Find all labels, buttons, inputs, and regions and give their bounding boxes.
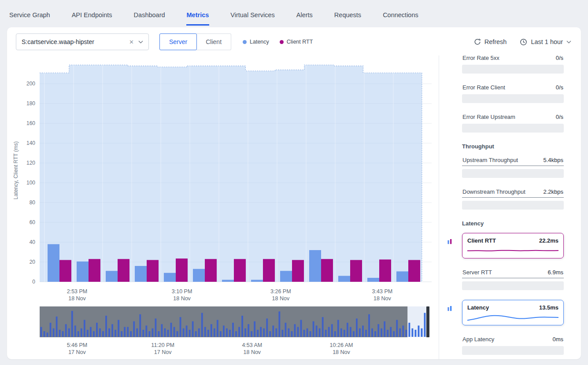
svg-text:160: 160 xyxy=(26,120,35,126)
metric-label: Latency xyxy=(467,304,489,311)
time-range-selector[interactable]: Last 1 hour xyxy=(520,38,571,46)
service-select[interactable]: S:cartservice.waap-hipster ✕ xyxy=(16,33,149,50)
refresh-button[interactable]: Refresh xyxy=(474,38,507,45)
metric-sparkline-placeholder xyxy=(462,281,564,290)
metric-sparkline-placeholder xyxy=(462,346,564,355)
svg-text:0: 0 xyxy=(32,279,35,285)
legend-item-client-rtt[interactable]: Client RTT xyxy=(280,39,313,45)
chart-area: 0204060801001201401601802002:53 PM18 Nov… xyxy=(7,55,439,359)
metric-value: 22.2ms xyxy=(539,237,558,244)
svg-text:18 Nov: 18 Nov xyxy=(173,295,191,302)
nav-tab-dashboard[interactable]: Dashboard xyxy=(133,2,166,26)
legend-dot xyxy=(280,40,284,44)
svg-text:10:26 AM: 10:26 AM xyxy=(330,342,353,348)
nav-tab-api-endpoints[interactable]: API Endpoints xyxy=(71,2,113,26)
clock-icon xyxy=(520,38,527,46)
nav-tab-metrics[interactable]: Metrics xyxy=(186,2,210,26)
metric-card-latency[interactable]: Latency 13.5ms xyxy=(462,300,564,325)
svg-text:18 Nov: 18 Nov xyxy=(374,295,391,302)
metric-value: 13.5ms xyxy=(539,304,558,311)
chevron-down-icon[interactable] xyxy=(138,41,143,44)
svg-text:120: 120 xyxy=(26,160,35,166)
metric-value: 0/s xyxy=(556,114,563,120)
top-navigation: Service GraphAPI EndpointsDashboardMetri… xyxy=(0,0,588,27)
svg-text:11:20 PM: 11:20 PM xyxy=(151,342,174,348)
metric-row-client-rtt: Client RTT 22.2ms xyxy=(445,233,564,258)
svg-text:18 Nov: 18 Nov xyxy=(333,349,350,355)
svg-text:200: 200 xyxy=(26,81,35,87)
nav-tab-service-graph[interactable]: Service Graph xyxy=(9,2,51,26)
metric-sparkline xyxy=(467,312,558,323)
refresh-label: Refresh xyxy=(484,38,507,45)
nav-tab-connections[interactable]: Connections xyxy=(382,2,419,26)
svg-text:18 Nov: 18 Nov xyxy=(68,295,86,302)
metric-row-app-latency[interactable]: App Latency 0ms xyxy=(445,335,564,355)
metrics-panel: S:cartservice.waap-hipster ✕ Server Clie… xyxy=(7,27,581,359)
metric-chart-icon xyxy=(447,238,453,245)
service-select-value: S:cartservice.waap-hipster xyxy=(22,38,125,45)
metric-row-error-rate-5xx[interactable]: Error Rate 5xx 0/s xyxy=(445,55,564,74)
chevron-down-icon xyxy=(566,41,571,44)
metric-value: 5.4kbps xyxy=(543,157,563,163)
svg-text:80: 80 xyxy=(30,199,36,206)
svg-text:3:26 PM: 3:26 PM xyxy=(270,288,291,295)
section-header-latency: Latency xyxy=(462,219,564,233)
svg-text:40: 40 xyxy=(30,239,36,245)
metric-row-server-rtt[interactable]: Server RTT 6.9ms xyxy=(445,268,564,290)
server-toggle-button[interactable]: Server xyxy=(159,33,197,50)
metric-value: 0ms xyxy=(552,336,563,343)
latency-bar-chart: 0204060801001201401601802002:53 PM18 Nov… xyxy=(11,55,433,306)
metric-label: Error Rate 5xx xyxy=(462,55,499,61)
brush-handle[interactable] xyxy=(426,306,429,337)
time-range-label: Last 1 hour xyxy=(531,38,563,45)
server-client-toggle: Server Client xyxy=(159,33,231,50)
metric-label: Client RTT xyxy=(467,237,496,244)
metric-chart-icon xyxy=(447,305,453,312)
timeline-brush[interactable]: 5:46 PM17 Nov11:20 PM17 Nov4:53 AM18 Nov… xyxy=(11,306,433,355)
metric-value: 0/s xyxy=(556,84,563,91)
svg-text:140: 140 xyxy=(26,140,35,146)
metric-row-upstream-throughput[interactable]: Upstream Throughput 5.4kbps xyxy=(445,156,564,178)
svg-text:17 Nov: 17 Nov xyxy=(154,349,172,355)
metric-value: 2.2kbps xyxy=(543,188,563,195)
toolbar: S:cartservice.waap-hipster ✕ Server Clie… xyxy=(7,27,581,55)
client-toggle-button[interactable]: Client xyxy=(196,33,231,50)
metric-sparkline-placeholder xyxy=(462,169,564,178)
svg-text:100: 100 xyxy=(26,180,35,186)
metric-card-client-rtt[interactable]: Client RTT 22.2ms xyxy=(462,233,564,258)
metric-label: App Latency xyxy=(462,336,494,343)
svg-text:17 Nov: 17 Nov xyxy=(68,349,86,355)
metric-label: Downstream Throughput xyxy=(462,188,525,195)
legend-dot xyxy=(243,40,247,44)
nav-tab-alerts[interactable]: Alerts xyxy=(296,2,313,26)
svg-text:180: 180 xyxy=(26,100,35,107)
metric-value: 6.9ms xyxy=(548,269,563,276)
legend-label: Latency xyxy=(250,39,269,45)
toolbar-right: Refresh Last 1 hour xyxy=(474,38,571,46)
svg-text:2:53 PM: 2:53 PM xyxy=(67,288,88,295)
svg-text:Latency, Client RTT (ms): Latency, Client RTT (ms) xyxy=(13,141,19,199)
section-header-throughput: Throughput xyxy=(462,142,564,156)
metric-sparkline-placeholder xyxy=(462,124,564,133)
metrics-list: Error Rate 5xx 0/s Error Rate Client 0/s xyxy=(439,55,581,359)
metrics-sidebar[interactable]: Error Rate 5xx 0/s Error Rate Client 0/s xyxy=(439,55,581,359)
svg-text:3:43 PM: 3:43 PM xyxy=(372,288,393,295)
svg-text:60: 60 xyxy=(30,219,36,225)
metric-label: Error Rate Client xyxy=(462,84,505,91)
clear-selection-icon[interactable]: ✕ xyxy=(129,39,134,45)
metric-row-downstream-throughput[interactable]: Downstream Throughput 2.2kbps xyxy=(445,188,564,210)
svg-text:18 Nov: 18 Nov xyxy=(244,349,261,355)
chart-legend: Latency Client RTT xyxy=(243,39,313,45)
svg-text:3:10 PM: 3:10 PM xyxy=(172,288,192,295)
metric-row-error-rate-upstream[interactable]: Error Rate Upstream 0/s xyxy=(445,113,564,133)
legend-label: Client RTT xyxy=(287,39,313,45)
metric-sparkline xyxy=(467,245,558,256)
svg-text:4:53 AM: 4:53 AM xyxy=(242,342,262,348)
legend-item-latency[interactable]: Latency xyxy=(243,39,269,45)
metric-sparkline-placeholder xyxy=(462,94,564,103)
metric-sparkline-placeholder xyxy=(462,201,564,210)
nav-tab-requests[interactable]: Requests xyxy=(334,2,362,26)
metric-label: Error Rate Upstream xyxy=(462,114,515,120)
metric-row-error-rate-client[interactable]: Error Rate Client 0/s xyxy=(445,83,564,103)
nav-tab-virtual-services[interactable]: Virtual Services xyxy=(230,2,275,26)
